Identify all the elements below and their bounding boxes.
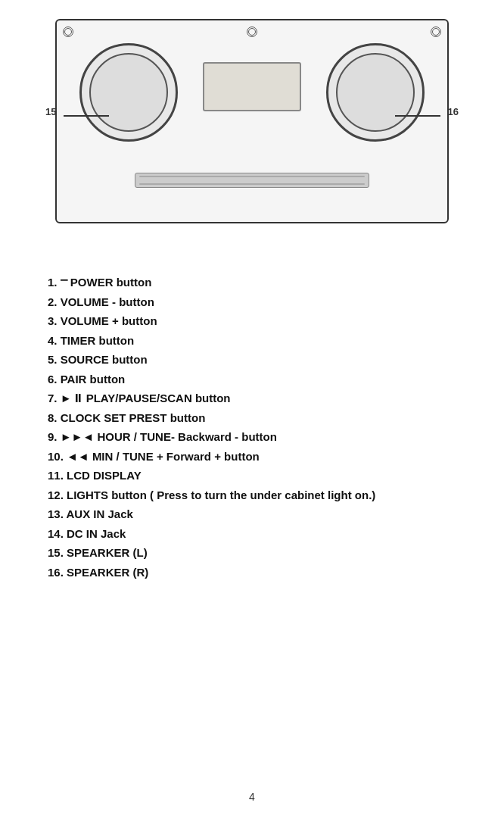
item-11: 11. LCD DISPLAY — [48, 466, 375, 485]
item-3: 3. VOLUME + button — [48, 311, 375, 331]
annotation-line-left — [64, 115, 109, 117]
screw-top-middle — [247, 27, 257, 37]
item-5: 5. SOURCE button — [48, 350, 375, 370]
device-body — [55, 19, 449, 223]
item-1: 1. ⎻ POWER button — [48, 273, 375, 292]
annotation-line-right — [395, 115, 440, 117]
screw-top-right — [431, 27, 441, 37]
item-16: 16. SPEARKER (R) — [48, 563, 375, 582]
lcd-display-diagram — [203, 62, 301, 111]
item-15: 15. SPEARKER (L) — [48, 543, 375, 563]
item-6: 6. PAIR button — [48, 370, 375, 389]
screw-top-left — [63, 27, 73, 37]
item-8: 8. CLOCK SET PREST button — [48, 408, 375, 428]
item-12: 12. LIGHTS button ( Press to turn the un… — [48, 485, 375, 505]
speaker-left-label: 15 — [45, 106, 56, 117]
item-14: 14. DC IN Jack — [48, 524, 375, 544]
item-2: 2. VOLUME - button — [48, 292, 375, 312]
item-4: 4. TIMER button — [48, 331, 375, 351]
disc-slot-diagram — [135, 173, 369, 188]
speaker-right-label: 16 — [448, 106, 459, 117]
speaker-left-diagram — [79, 43, 178, 142]
item-10: 10. ◄◄ MIN / TUNE + Forward + button — [48, 447, 375, 467]
page-number: 4 — [249, 791, 255, 803]
speaker-right-diagram — [326, 43, 425, 142]
item-9: 9. ►►◄ HOUR / TUNE- Backward - button — [48, 427, 375, 447]
item-13: 13. AUX IN Jack — [48, 504, 375, 524]
item-7: 7. ►⏸ PLAY/PAUSE/SCAN button — [48, 389, 375, 408]
device-diagram: 15 16 — [45, 8, 459, 235]
parts-list: 1. ⎻ POWER button2. VOLUME - button3. VO… — [48, 273, 375, 582]
